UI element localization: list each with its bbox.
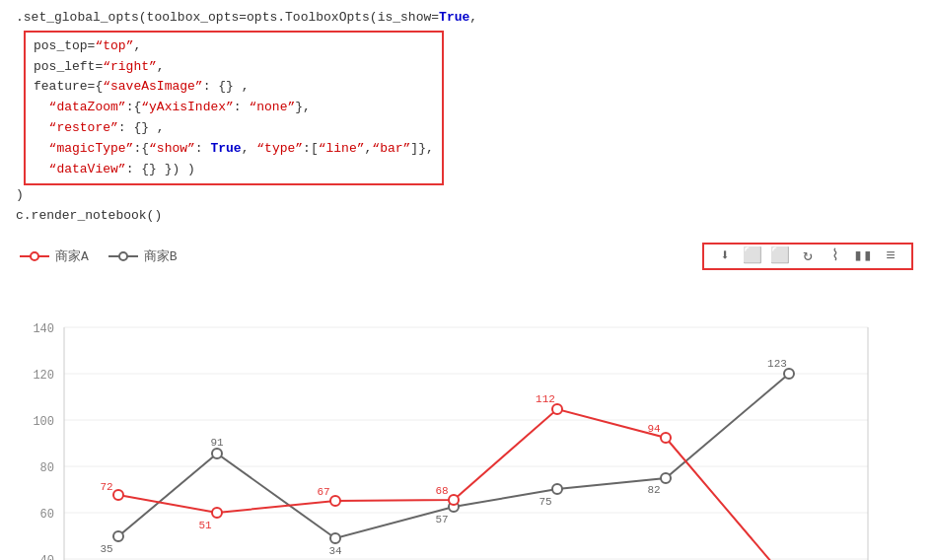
svg-text:67: 67 xyxy=(317,486,329,498)
svg-text:57: 57 xyxy=(435,514,448,525)
svg-point-3 xyxy=(119,252,127,260)
svg-point-30 xyxy=(330,496,340,506)
chart-legend: 商家A 商家B xyxy=(20,247,178,265)
svg-point-1 xyxy=(31,252,38,260)
code-line-1: .set_global_opts(toolbox_opts=opts.Toolb… xyxy=(16,8,917,29)
chart-toolbar: ⬇ ⬜ ⬜ ↻ ⌇ ▮▮ ≡ xyxy=(702,243,913,270)
box-line-3: feature={“saveAsImage”: {} , xyxy=(34,77,434,98)
svg-point-12 xyxy=(113,531,123,541)
svg-text:35: 35 xyxy=(100,543,112,555)
svg-point-28 xyxy=(212,508,222,518)
legend-toolbar-row: 商家A 商家B ⬇ ⬜ ⬜ ↻ ⌇ ▮▮ ≡ xyxy=(0,239,933,274)
svg-point-16 xyxy=(330,533,340,543)
box-line-1: pos_top=“top”, xyxy=(34,36,434,57)
y-label-60: 60 xyxy=(40,508,54,522)
svg-point-32 xyxy=(449,495,459,505)
legend-item-b: 商家B xyxy=(108,247,178,265)
svg-text:82: 82 xyxy=(647,484,660,496)
box-line-7: “dataView”: {} }) ) xyxy=(34,160,434,180)
svg-text:94: 94 xyxy=(647,423,661,435)
legend-label-a: 商家A xyxy=(55,247,89,265)
svg-point-26 xyxy=(113,490,123,500)
code-highlight-box: pos_top=“top”, pos_left=“right”, feature… xyxy=(24,31,444,186)
svg-point-14 xyxy=(212,449,222,458)
zoom-out-icon[interactable]: ⬜ xyxy=(769,248,791,264)
svg-text:72: 72 xyxy=(100,481,112,493)
download-icon[interactable]: ⬇ xyxy=(714,248,736,264)
y-label-100: 100 xyxy=(33,415,54,429)
legend-line-b-icon xyxy=(108,249,138,263)
y-label-120: 120 xyxy=(33,369,54,383)
legend-item-a: 商家A xyxy=(20,247,89,265)
series-a-line xyxy=(118,409,789,560)
svg-point-24 xyxy=(784,369,794,379)
svg-point-20 xyxy=(552,484,562,494)
line-chart: 40 60 80 100 120 140 35 91 34 xyxy=(0,278,933,560)
svg-text:91: 91 xyxy=(210,437,224,449)
svg-text:51: 51 xyxy=(198,520,212,531)
chart-container: 40 60 80 100 120 140 35 91 34 xyxy=(0,278,933,560)
y-label-140: 140 xyxy=(33,322,54,336)
code-section: .set_global_opts(toolbox_opts=opts.Toolb… xyxy=(0,0,933,235)
svg-text:123: 123 xyxy=(767,358,787,370)
svg-text:112: 112 xyxy=(536,393,555,405)
box-line-4: “dataZoom”:{“yAxisIndex”: “none”}, xyxy=(34,98,434,118)
box-line-2: pos_left=“right”, xyxy=(34,57,434,78)
svg-point-36 xyxy=(661,433,671,443)
box-line-5: “restore”: {} , xyxy=(34,118,434,139)
legend-line-a-icon xyxy=(20,249,49,263)
table-icon[interactable]: ≡ xyxy=(880,248,901,264)
bar-chart-icon[interactable]: ▮▮ xyxy=(852,248,874,264)
area-chart-icon[interactable]: ⌇ xyxy=(825,248,846,264)
series-a-points: 72 51 67 68 112 94 26 xyxy=(100,393,794,560)
zoom-in-icon[interactable]: ⬜ xyxy=(742,248,763,264)
box-line-6: “magicType”:{“show”: True, “type”:[“line… xyxy=(34,139,434,160)
y-label-40: 40 xyxy=(40,554,54,560)
code-line-end2: c.render_notebook() xyxy=(16,206,917,227)
svg-point-34 xyxy=(552,404,562,414)
y-label-80: 80 xyxy=(40,461,54,475)
code-line-end1: ) xyxy=(16,185,917,206)
svg-text:75: 75 xyxy=(538,496,551,508)
svg-text:68: 68 xyxy=(435,485,448,497)
legend-label-b: 商家B xyxy=(144,247,178,265)
svg-text:34: 34 xyxy=(328,545,342,557)
refresh-icon[interactable]: ↻ xyxy=(797,248,819,264)
svg-point-22 xyxy=(661,473,671,483)
